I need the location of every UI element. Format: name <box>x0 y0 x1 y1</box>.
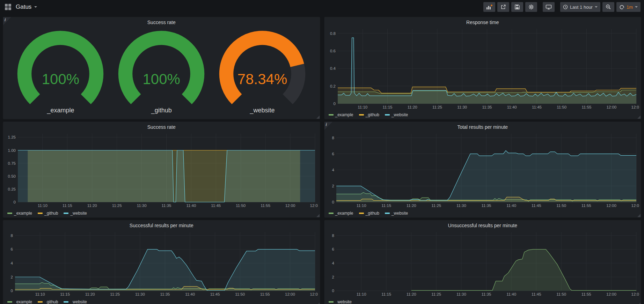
legend-item-_website[interactable]: _website <box>64 299 87 304</box>
successful-results-chart[interactable]: 11:1011:1511:2011:2511:3011:3511:4011:45… <box>5 230 318 297</box>
panel-resize-handle[interactable] <box>637 214 641 217</box>
time-range-picker[interactable]: Last 1 hour <box>560 2 600 12</box>
panel-info-icon[interactable]: i <box>3 17 11 25</box>
svg-text:11:30: 11:30 <box>457 105 467 109</box>
success-rate-chart[interactable]: 11:1011:1511:2011:2511:3011:3511:4011:45… <box>5 132 318 208</box>
share-button[interactable] <box>497 2 509 12</box>
zoom-out-icon <box>606 4 611 10</box>
svg-text:0: 0 <box>332 200 334 204</box>
svg-text:11:50: 11:50 <box>556 292 566 296</box>
panel-title[interactable]: Unsuccessful results per minute <box>324 220 641 230</box>
svg-text:2: 2 <box>332 184 334 188</box>
svg-text:0.75: 0.75 <box>8 161 16 165</box>
panel-title[interactable]: Successful results per minute <box>3 220 320 230</box>
legend-item-_example[interactable]: _example <box>7 299 32 304</box>
add-panel-button[interactable] <box>483 2 495 12</box>
legend-item-_example[interactable]: _example <box>329 211 353 216</box>
svg-text:12:00: 12:00 <box>606 292 616 296</box>
dashboard-title: Gatus <box>16 3 31 10</box>
grafana-logo-grid-icon[interactable] <box>5 4 11 10</box>
panel-resize-handle[interactable] <box>316 214 320 217</box>
panel-title[interactable]: Success rate <box>3 17 320 27</box>
svg-text:11:40: 11:40 <box>507 105 517 109</box>
svg-text:11:10: 11:10 <box>38 203 47 208</box>
panel-title[interactable]: Total results per minute <box>324 122 641 132</box>
legend-item-_example[interactable]: _example <box>7 211 32 216</box>
svg-text:11:20: 11:20 <box>87 203 97 208</box>
panel-resize-handle[interactable] <box>316 116 320 119</box>
settings-button[interactable] <box>525 2 537 12</box>
caret-down-icon <box>635 6 638 8</box>
svg-text:0.4: 0.4 <box>330 66 336 71</box>
cycle-view-button[interactable] <box>543 2 555 12</box>
svg-text:11:15: 11:15 <box>381 292 391 296</box>
zoom-out-button[interactable] <box>602 2 614 12</box>
legend-item-_website[interactable]: _website <box>385 112 408 117</box>
panel-unsuccessful-results: Unsuccessful results per minute 11:1011:… <box>324 220 642 304</box>
monitor-icon <box>546 4 552 10</box>
legend-item-_website[interactable]: _website <box>385 211 408 216</box>
svg-text:11:35: 11:35 <box>160 292 170 296</box>
bar-chart-plus-icon <box>486 4 492 10</box>
svg-text:11:40: 11:40 <box>185 292 195 296</box>
legend-item-_example[interactable]: _example <box>329 112 353 117</box>
panel-resize-handle[interactable] <box>637 116 641 119</box>
panel-total-results: i Total results per minute 11:1011:1511:… <box>324 121 642 218</box>
panel-info-icon[interactable]: i <box>324 122 332 130</box>
panel-title[interactable]: Response time <box>324 17 641 27</box>
svg-text:11:35: 11:35 <box>162 203 171 208</box>
legend-item-_github[interactable]: _github <box>359 211 379 216</box>
gauge-label: _example <box>13 107 108 114</box>
svg-text:1.00: 1.00 <box>8 148 16 153</box>
svg-text:11:35: 11:35 <box>481 203 491 208</box>
legend-swatch-icon <box>385 213 390 214</box>
gauge-_website: 78.34%_website <box>215 28 309 114</box>
panel-success-rate-gauges: i Success rate 100%_example100%_github78… <box>3 17 320 119</box>
gauge-value: 78.34% <box>215 71 309 88</box>
refresh-button[interactable]: 1m <box>616 2 641 12</box>
panel-title[interactable]: Success rate <box>3 122 320 132</box>
gauge-_github: 100%_github <box>114 28 208 114</box>
svg-text:6: 6 <box>332 247 334 251</box>
panel-resize-handle[interactable] <box>637 303 641 304</box>
dashboard-title-dropdown[interactable]: Gatus <box>16 3 37 10</box>
svg-text:11:50: 11:50 <box>556 203 566 208</box>
legend-item-_website[interactable]: _website <box>64 211 87 216</box>
svg-text:11:50: 11:50 <box>235 292 245 296</box>
legend-swatch-icon <box>359 213 364 214</box>
svg-text:11:25: 11:25 <box>110 292 120 296</box>
svg-text:0: 0 <box>11 289 13 293</box>
legend-item-_github[interactable]: _github <box>38 299 58 304</box>
panel-resize-handle[interactable] <box>316 303 320 304</box>
svg-text:11:45: 11:45 <box>210 292 220 296</box>
share-icon <box>500 4 506 10</box>
chart-legend: _example_github_website <box>329 112 408 117</box>
svg-text:11:20: 11:20 <box>407 105 417 109</box>
svg-text:11:50: 11:50 <box>557 105 566 109</box>
svg-text:11:45: 11:45 <box>211 203 221 208</box>
svg-text:12:00: 12:00 <box>606 203 616 208</box>
svg-text:2: 2 <box>332 275 334 279</box>
legend-swatch-icon <box>7 301 12 303</box>
svg-text:8: 8 <box>332 233 334 238</box>
legend-item-_website[interactable]: _website <box>329 299 352 304</box>
chart-legend: _example_github_website <box>7 299 87 304</box>
legend-item-_github[interactable]: _github <box>38 211 58 216</box>
svg-text:11:10: 11:10 <box>358 105 367 109</box>
svg-text:6: 6 <box>11 247 13 251</box>
dashboard-grid: i Success rate 100%_example100%_github78… <box>0 14 644 304</box>
chart-legend: _website <box>329 299 352 304</box>
svg-text:11:40: 11:40 <box>186 203 196 208</box>
legend-item-_github[interactable]: _github <box>359 112 379 117</box>
total-results-chart[interactable]: 11:1011:1511:2011:2511:3011:3511:4011:45… <box>326 132 639 208</box>
save-button[interactable] <box>511 2 523 12</box>
legend-swatch-icon <box>38 301 43 303</box>
svg-text:11:25: 11:25 <box>431 292 441 296</box>
unsuccessful-results-chart[interactable]: 11:1011:1511:2011:2511:3011:3511:4011:45… <box>326 230 639 297</box>
svg-text:11:25: 11:25 <box>431 203 441 208</box>
panel-response-time: Response time 11:1011:1511:2011:2511:301… <box>324 17 642 119</box>
svg-text:4: 4 <box>332 261 334 265</box>
svg-text:11:35: 11:35 <box>481 292 491 296</box>
svg-text:12:00: 12:00 <box>285 292 295 296</box>
response-time-chart[interactable]: 11:1011:1511:2011:2511:3011:3511:4011:45… <box>326 27 639 110</box>
